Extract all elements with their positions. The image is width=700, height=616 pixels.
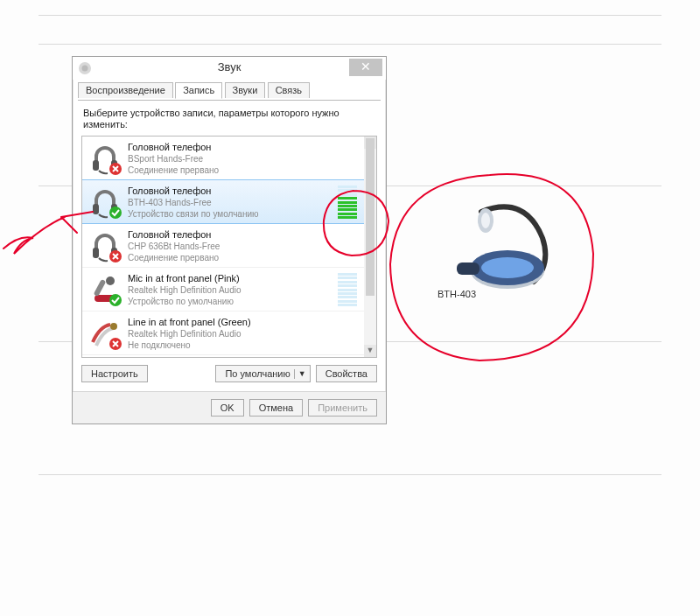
tab-underline: [78, 100, 381, 101]
device-name: Mic in at front panel (Pink): [128, 272, 326, 284]
properties-button[interactable]: Свойства: [316, 365, 377, 382]
device-name: Line in at front panel (Green): [128, 316, 326, 328]
device-name: Головной телефон: [128, 141, 326, 153]
device-text: Line in at front panel (Green) Realtek H…: [128, 316, 326, 351]
svg-rect-2: [93, 160, 99, 171]
level-meter: [338, 186, 357, 219]
svg-point-22: [481, 213, 490, 228]
device-driver: Realtek High Definition Audio: [128, 284, 326, 296]
tab-body: Выберите устройство записи, параметры ко…: [73, 101, 386, 391]
device-status: Соединение прервано: [128, 252, 326, 263]
device-driver: BSport Hands-Free: [128, 153, 326, 164]
sound-dialog: Звук ✕ Воспроизведение Запись Звуки Связ…: [72, 56, 387, 424]
button-bar: Настроить По умолчанию ▼ Свойства: [81, 365, 377, 382]
device-row[interactable]: Mic in at front panel (Pink) Realtek Hig…: [82, 268, 364, 312]
device-row[interactable]: Головной телефон BSport Hands-Free Соеди…: [82, 136, 364, 180]
device-name: Головной телефон: [128, 228, 326, 241]
svg-point-19: [481, 257, 534, 278]
tabstrip: Воспроизведение Запись Звуки Связь: [73, 80, 386, 101]
headset-icon: [88, 228, 122, 263]
headset-icon: [88, 316, 122, 351]
svg-point-14: [109, 294, 122, 306]
device-driver: Realtek High Definition Audio: [128, 328, 326, 340]
svg-rect-12: [94, 279, 107, 297]
device-text: Mic in at front panel (Pink) Realtek Hig…: [128, 272, 326, 307]
tab-sounds[interactable]: Звуки: [225, 82, 266, 98]
device-text: Головной телефон CHP 636Bt Hands-Free Со…: [128, 228, 326, 263]
device-status: Устройство связи по умолчанию: [128, 208, 326, 220]
titlebar[interactable]: Звук ✕: [73, 57, 386, 80]
device-list: Головной телефон BSport Hands-Free Соеди…: [81, 136, 377, 358]
device-status: Не подключено: [128, 340, 326, 351]
set-default-label: По умолчанию: [225, 368, 290, 379]
bt-headset-image: [402, 194, 604, 396]
device-status: Соединение прервано: [128, 164, 326, 176]
level-meter: [338, 273, 357, 306]
device-status: Устройство по умолчанию: [128, 296, 326, 307]
cancel-button[interactable]: Отмена: [249, 399, 303, 416]
dialog-title: Звук: [73, 60, 386, 74]
device-row[interactable]: Line in at front panel (Green) Realtek H…: [82, 312, 364, 355]
svg-rect-5: [93, 204, 99, 214]
svg-point-15: [110, 323, 117, 330]
tab-playback[interactable]: Воспроизведение: [78, 82, 173, 98]
bt-headset-label: BTH-403: [438, 289, 476, 299]
list-prompt: Выберите устройство записи, параметры ко…: [83, 108, 377, 130]
device-driver: BTH-403 Hands-Free: [128, 197, 326, 208]
scroll-down-button[interactable]: ▼: [364, 345, 376, 357]
dialog-footer: OK Отмена Применить: [73, 391, 386, 424]
device-driver: CHP 636Bt Hands-Free: [128, 241, 326, 252]
headset-icon: [88, 272, 122, 307]
configure-button[interactable]: Настроить: [81, 365, 148, 382]
device-text: Головной телефон BTH-403 Hands-Free Устр…: [128, 185, 326, 220]
svg-point-13: [106, 276, 115, 285]
separator: [38, 474, 662, 475]
chevron-down-icon[interactable]: ▼: [294, 369, 306, 379]
separator: [38, 44, 662, 45]
tab-communications[interactable]: Связь: [268, 82, 310, 98]
tab-recording[interactable]: Запись: [175, 82, 222, 99]
apply-button[interactable]: Применить: [308, 399, 377, 416]
headset-icon: [88, 185, 122, 220]
scroll-thumb[interactable]: [366, 138, 374, 296]
close-button[interactable]: ✕: [349, 59, 382, 76]
device-row[interactable]: Головной телефон BTH-403 Hands-Free Устр…: [82, 179, 364, 224]
scrollbar[interactable]: ▲ ▼: [364, 136, 376, 357]
device-name: Головной телефон: [128, 185, 326, 197]
headset-icon: [88, 141, 122, 176]
device-row[interactable]: Головной телефон CHP 636Bt Hands-Free Со…: [82, 224, 364, 268]
ok-button[interactable]: OK: [211, 399, 244, 416]
set-default-button[interactable]: По умолчанию ▼: [215, 365, 310, 382]
svg-point-7: [109, 206, 122, 219]
svg-rect-8: [93, 248, 99, 258]
svg-rect-20: [457, 262, 480, 275]
device-text: Головной телефон BSport Hands-Free Соеди…: [128, 141, 326, 176]
separator: [38, 15, 662, 16]
